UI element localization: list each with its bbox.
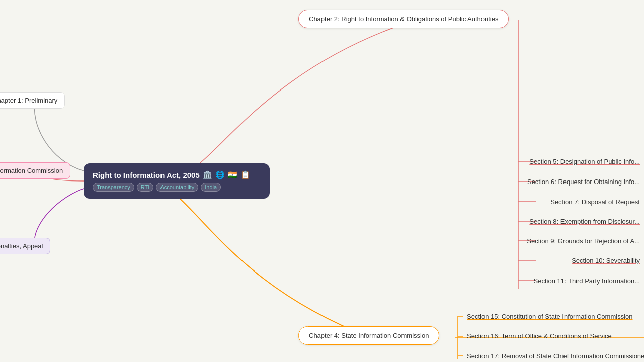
section6-label: Section 6: Request for Obtaining Info... — [527, 178, 640, 186]
section7-label: Section 7: Disposal of Request — [550, 198, 640, 206]
section6-item[interactable]: Section 6: Request for Obtaining Info... — [523, 176, 644, 188]
tag-accountability[interactable]: Accountability — [156, 183, 198, 192]
section10-label: Section 10: Severability — [572, 257, 640, 264]
section7-item[interactable]: Section 7: Disposal of Request — [546, 196, 644, 208]
central-title-row: Right to Information Act, 2005 🏛️ 🌐 🇮🇳 📋 — [93, 170, 250, 179]
penalties-label: Penalties, Appeal — [0, 242, 43, 250]
chapter2-node[interactable]: Chapter 2: Right to Information & Obliga… — [298, 10, 509, 28]
section17-label: Section 17: Removal of State Chief Infor… — [467, 352, 644, 360]
chapter1-label: Chapter 1: Preliminary — [0, 97, 57, 104]
tag-rti[interactable]: RTI — [137, 183, 154, 192]
section9-item[interactable]: Section 9: Grounds for Rejection of A... — [523, 235, 644, 247]
section15-item[interactable]: Section 15: Constitution of State Inform… — [463, 311, 637, 322]
chapter4-node[interactable]: Chapter 4: State Information Commission — [298, 326, 439, 345]
central-title: Right to Information Act, 2005 — [93, 171, 200, 179]
icon-building: 🏛️ — [203, 170, 212, 179]
tags-container: Transparency RTI Accountability India — [93, 183, 221, 192]
icon-flag: 🇮🇳 — [228, 170, 237, 179]
section17-item[interactable]: Section 17: Removal of State Chief Infor… — [463, 350, 644, 362]
section16-item[interactable]: Section 16: Term of Office & Conditions … — [463, 330, 616, 342]
section11-label: Section 11: Third Party Information... — [534, 277, 640, 285]
section11-item[interactable]: Section 11: Third Party Information... — [530, 275, 644, 287]
section8-label: Section 8: Exemption from Disclosur... — [529, 218, 640, 225]
section5-item[interactable]: Section 5: Designation of Public Info... — [525, 156, 644, 167]
section15-label: Section 15: Constitution of State Inform… — [467, 313, 633, 320]
mindmap-canvas: Right to Information Act, 2005 🏛️ 🌐 🇮🇳 📋… — [0, 0, 644, 362]
infocomm-label: Information Commission — [0, 167, 63, 174]
chapter1-node[interactable]: Chapter 1: Preliminary — [0, 92, 65, 109]
icon-doc: 📋 — [240, 170, 250, 179]
section8-item[interactable]: Section 8: Exemption from Disclosur... — [525, 216, 644, 227]
chapter4-label: Chapter 4: State Information Commission — [309, 332, 429, 339]
section16-label: Section 16: Term of Office & Conditions … — [467, 332, 612, 340]
penalties-node[interactable]: Penalties, Appeal — [0, 238, 50, 254]
chapter2-label: Chapter 2: Right to Information & Obliga… — [309, 15, 498, 23]
section9-label: Section 9: Grounds for Rejection of A... — [527, 237, 640, 245]
tag-transparency[interactable]: Transparency — [93, 183, 134, 192]
icon-globe: 🌐 — [215, 170, 225, 179]
section5-label: Section 5: Designation of Public Info... — [529, 158, 640, 165]
section10-item[interactable]: Section 10: Severability — [568, 255, 644, 266]
tag-india[interactable]: India — [201, 183, 221, 192]
central-node[interactable]: Right to Information Act, 2005 🏛️ 🌐 🇮🇳 📋… — [84, 163, 270, 199]
infocomm-node[interactable]: Information Commission — [0, 162, 70, 179]
